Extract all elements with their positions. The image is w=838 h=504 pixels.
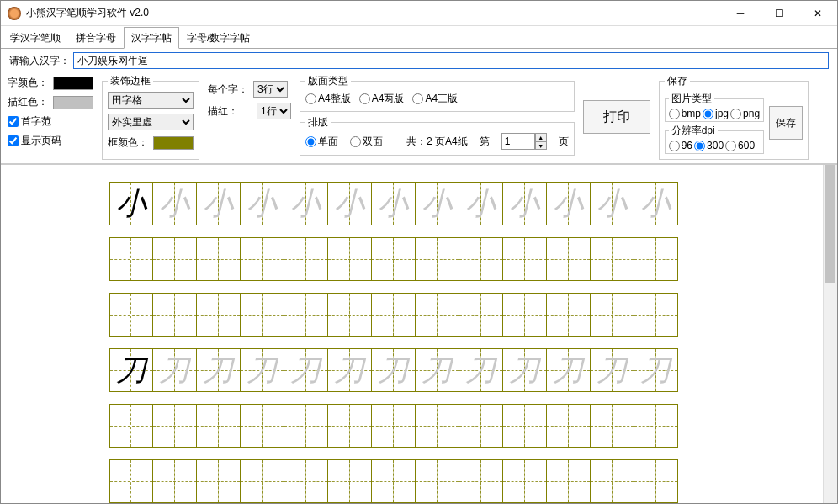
- img-type-legend: 图片类型: [669, 92, 714, 106]
- page-up-button[interactable]: ▲: [535, 133, 547, 141]
- input-label: 请输入汉字：: [9, 54, 70, 68]
- trace-color-label: 描红色：: [8, 95, 48, 109]
- grid-cell: [197, 404, 241, 448]
- grid-cell: [284, 459, 328, 503]
- grid-row: [109, 404, 715, 448]
- show-page-no-checkbox[interactable]: 显示页码: [8, 134, 93, 148]
- grid-cell: 刀: [591, 348, 634, 392]
- layout-type-fieldset: 版面类型 A4整版 A4两版 A4三版: [300, 74, 575, 112]
- layout-a4-three-radio[interactable]: A4三版: [412, 92, 458, 106]
- single-side-radio[interactable]: 单面: [305, 135, 338, 149]
- grid-row: [109, 237, 715, 281]
- grid-cell: [416, 459, 459, 503]
- tab-pinyin[interactable]: 拼音字母: [68, 27, 124, 49]
- grid-cell: 刀: [372, 348, 416, 392]
- save-fieldset: 保存 图片类型 bmp jpg png 分辨率dpi 96 300 60: [659, 74, 809, 160]
- trace-color-swatch[interactable]: [53, 96, 93, 109]
- grid-cell: [372, 237, 416, 281]
- grid-cell: 小: [153, 182, 197, 225]
- input-row: 请输入汉字：: [1, 49, 837, 72]
- grid-cell: [634, 404, 678, 448]
- grid-cell: [503, 237, 547, 281]
- total-pages: 共：2 页A4纸: [406, 135, 468, 149]
- page-down-button[interactable]: ▼: [535, 141, 547, 150]
- dpi-300-radio[interactable]: 300: [694, 140, 724, 151]
- page-before: 第: [480, 135, 490, 149]
- grid-cell: 小: [328, 182, 372, 225]
- window-title: 小熊汉字笔顺学习软件 v2.0: [26, 6, 721, 20]
- grid-cell: [241, 404, 284, 448]
- page-number-input[interactable]: [501, 133, 535, 150]
- page-after: 页: [559, 135, 569, 149]
- rows-select[interactable]: 3行: [253, 81, 288, 98]
- tab-hanzi-copybook[interactable]: 汉字字帖: [124, 27, 179, 49]
- grid-cell: 刀: [109, 348, 153, 392]
- tab-stroke-order[interactable]: 学汉字笔顺: [3, 27, 68, 49]
- tab-bar: 学汉字笔顺 拼音字母 汉字字帖 字母/数字字帖: [1, 26, 837, 49]
- grid-cell: 刀: [241, 348, 284, 392]
- frame-color-swatch[interactable]: [153, 136, 194, 150]
- grid-cell: [153, 404, 197, 448]
- grid-cell: 小: [109, 182, 153, 225]
- page-spinner[interactable]: ▲▼: [501, 133, 547, 150]
- print-button[interactable]: 打印: [583, 100, 650, 134]
- grid-cell: [503, 293, 547, 337]
- grid-cell: 刀: [328, 348, 372, 392]
- decor-legend: 装饰边框: [108, 74, 153, 88]
- grid-cell: [459, 459, 503, 503]
- grid-cell: [634, 293, 678, 337]
- save-button[interactable]: 保存: [769, 106, 803, 140]
- grid-cell: [503, 404, 547, 448]
- dpi-legend: 分辨率dpi: [669, 124, 718, 138]
- grid-cell: [197, 459, 241, 503]
- app-icon: [8, 7, 21, 20]
- grid-style-select[interactable]: 田字格: [108, 92, 194, 109]
- jpg-radio[interactable]: jpg: [703, 108, 729, 119]
- grid-cell: [416, 404, 459, 448]
- grid-cell: [109, 404, 153, 448]
- grid-cell: [547, 237, 591, 281]
- outer-style-select[interactable]: 外实里虚: [108, 114, 194, 130]
- grid-cell: [372, 404, 416, 448]
- hanzi-input[interactable]: [73, 52, 829, 69]
- font-color-label: 字颜色：: [8, 76, 48, 90]
- grid-cell: [634, 237, 678, 281]
- grid-cell: 小: [503, 182, 547, 225]
- paiban-fieldset: 排版 单面 双面 共：2 页A4纸 第 ▲▼ 页: [300, 115, 575, 156]
- double-side-radio[interactable]: 双面: [350, 135, 383, 149]
- font-color-swatch[interactable]: [53, 77, 93, 90]
- grid-cell: 小: [634, 182, 678, 225]
- grid-cell: [109, 459, 153, 503]
- grid-cell: [197, 237, 241, 281]
- close-button[interactable]: ✕: [798, 1, 837, 26]
- vertical-scrollbar[interactable]: [823, 165, 837, 504]
- grid-cell: [459, 404, 503, 448]
- grid-cell: [547, 404, 591, 448]
- grid-cell: [591, 404, 634, 448]
- grid-cell: [241, 459, 284, 503]
- dpi-600-radio[interactable]: 600: [725, 140, 755, 151]
- tab-alnum-copybook[interactable]: 字母/数字字帖: [179, 27, 257, 49]
- scrollbar-thumb[interactable]: [825, 165, 835, 283]
- grid-cell: [328, 459, 372, 503]
- grid-cell: [503, 459, 547, 503]
- trace-rows-select[interactable]: 1行: [257, 103, 291, 119]
- bmp-radio[interactable]: bmp: [669, 108, 701, 119]
- png-radio[interactable]: png: [730, 108, 760, 119]
- minimize-button[interactable]: ─: [721, 1, 760, 26]
- dpi-fieldset: 分辨率dpi 96 300 600: [665, 124, 764, 154]
- layout-a4-full-radio[interactable]: A4整版: [305, 92, 351, 106]
- preview-page: 小小小小小小小小小小小小小刀刀刀刀刀刀刀刀刀刀刀刀刀: [1, 165, 823, 504]
- layout-a4-two-radio[interactable]: A4两版: [359, 92, 405, 106]
- grid-row: [109, 293, 715, 337]
- grid-cell: [634, 459, 678, 503]
- dpi-96-radio[interactable]: 96: [669, 140, 692, 151]
- grid-cell: 小: [459, 182, 503, 225]
- maximize-button[interactable]: ☐: [760, 1, 798, 26]
- first-char-model-checkbox[interactable]: 首字范: [8, 114, 93, 129]
- grid-cell: [416, 293, 459, 337]
- save-legend: 保存: [665, 74, 690, 88]
- grid-cell: 刀: [634, 348, 678, 392]
- per-char-label: 每个字：: [208, 82, 248, 97]
- grid-cell: [416, 237, 459, 281]
